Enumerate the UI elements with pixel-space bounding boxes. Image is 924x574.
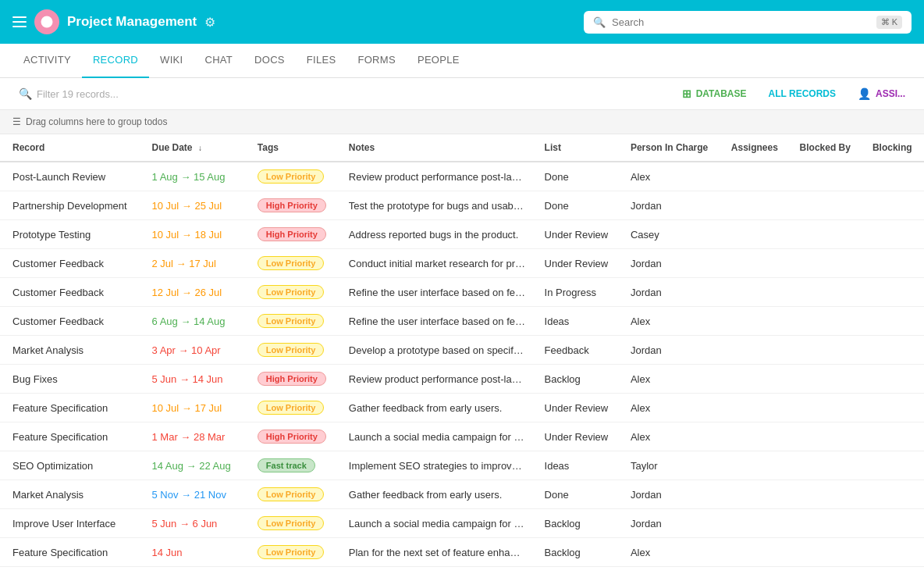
cell-person: Alex	[621, 422, 722, 451]
tab-record[interactable]: RECORD	[82, 44, 149, 78]
cell-record: Feature Specification	[0, 538, 143, 567]
tab-files[interactable]: FILES	[296, 44, 347, 78]
cell-list: Feedback	[535, 336, 621, 365]
filter-input[interactable]: 🔍 Filter 19 records...	[12, 84, 125, 103]
col-due-date[interactable]: Due Date ↓	[143, 134, 248, 162]
cell-notes: Test the prototype for bugs and usabilit…	[339, 191, 535, 220]
cell-blocking	[863, 249, 924, 278]
col-assignees[interactable]: Assignees	[722, 134, 791, 162]
col-tags[interactable]: Tags	[248, 134, 339, 162]
gear-icon[interactable]: ⚙	[204, 15, 215, 30]
col-blocking[interactable]: Blocking	[863, 134, 924, 162]
filter-placeholder: Filter 19 records...	[37, 88, 119, 100]
cell-record: Bug Fixes	[0, 365, 143, 394]
cell-notes: Plan for the next set of feature enhance…	[339, 567, 535, 575]
tab-people[interactable]: PEOPLE	[407, 44, 471, 78]
cell-assignees	[722, 278, 791, 307]
cell-notes: Conduct initial market research for prod…	[339, 249, 535, 278]
cell-record: SEO Optimization	[0, 451, 143, 480]
cell-person: Jordan	[621, 191, 722, 220]
cell-blocked-by	[791, 567, 863, 575]
cell-blocked-by	[791, 191, 863, 220]
cell-due-date: 10 Jul → 18 Jul	[143, 220, 248, 249]
cell-record: Customer Feedback	[0, 249, 143, 278]
tab-activity[interactable]: ACTIVITY	[12, 44, 82, 78]
cell-record: Post-Launch Review	[0, 162, 143, 191]
group-label: Drag columns here to group todos	[26, 116, 167, 127]
cell-assignees	[722, 480, 791, 509]
cell-blocking	[863, 538, 924, 567]
table-row: Post-Launch Review 1 Aug → 15 Aug Low Pr…	[0, 162, 924, 191]
cell-assignees	[722, 365, 791, 394]
cell-tags: High Priority	[248, 365, 339, 394]
cell-record: Improve User Interface	[0, 509, 143, 538]
cell-blocked-by	[791, 480, 863, 509]
cell-list: Under Review	[535, 220, 621, 249]
cell-due-date: 1 Mar → 28 Mar	[143, 422, 248, 451]
cell-record: Customer Feedback	[0, 278, 143, 307]
col-blocked-by[interactable]: Blocked By	[791, 134, 863, 162]
cell-list: Ideas	[535, 567, 621, 575]
col-notes[interactable]: Notes	[339, 134, 535, 162]
cell-notes: Address reported bugs in the product.	[339, 220, 535, 249]
cell-person: Jordan	[621, 336, 722, 365]
cell-due-date: 2 Jul → 17 Jul	[143, 249, 248, 278]
col-list[interactable]: List	[535, 134, 621, 162]
database-label: DATABASE	[696, 88, 747, 99]
table-row: Prototype Testing 10 Jul → 18 Jul High P…	[0, 220, 924, 249]
table-container[interactable]: Record Due Date ↓ Tags Notes List Person…	[0, 134, 924, 574]
cell-tags: Low Priority	[248, 336, 339, 365]
cell-person: Casey	[621, 567, 722, 575]
tab-chat[interactable]: CHAT	[194, 44, 243, 78]
cell-person: Alex	[621, 538, 722, 567]
cell-blocked-by	[791, 278, 863, 307]
table-row: Customer Feedback 12 Jul → 26 Jul Low Pr…	[0, 278, 924, 307]
table-row: Customer Feedback 6 Aug → 14 Aug Low Pri…	[0, 307, 924, 336]
cell-blocked-by	[791, 365, 863, 394]
cell-record: Market Analysis	[0, 480, 143, 509]
table-row: SEO Optimization 14 Aug → 22 Aug Fast tr…	[0, 451, 924, 480]
col-record[interactable]: Record	[0, 134, 143, 162]
cell-assignees	[722, 567, 791, 575]
app-icon	[34, 9, 59, 34]
table-header-row: Record Due Date ↓ Tags Notes List Person…	[0, 134, 924, 162]
database-icon: ⊞	[682, 87, 691, 100]
cell-assignees	[722, 538, 791, 567]
all-records-button[interactable]: ALL RECORDS	[762, 85, 842, 102]
col-person[interactable]: Person In Charge	[621, 134, 722, 162]
cell-assignees	[722, 191, 791, 220]
cell-blocked-by	[791, 162, 863, 191]
tab-docs[interactable]: DOCS	[243, 44, 296, 78]
cell-blocking	[863, 336, 924, 365]
cell-list: Backlog	[535, 538, 621, 567]
cell-assignees	[722, 162, 791, 191]
tab-wiki[interactable]: WIKI	[149, 44, 194, 78]
cell-notes: Launch a social media campaign for produ…	[339, 509, 535, 538]
search-input[interactable]	[612, 16, 870, 28]
assignees-button[interactable]: 👤 ASSI...	[851, 84, 912, 103]
cell-due-date: 10 Jul → 25 Jul	[143, 191, 248, 220]
hamburger-menu[interactable]	[12, 16, 27, 27]
cell-tags: Low Priority	[248, 307, 339, 336]
topbar: Project Management ⚙ 🔍 ⌘ K	[0, 0, 924, 44]
cell-notes: Review product performance post-launch.	[339, 365, 535, 394]
cell-blocking	[863, 191, 924, 220]
cell-due-date: 3 Apr → 10 Apr	[143, 336, 248, 365]
cell-due-date: 5 Jun → 6 Jun	[143, 509, 248, 538]
search-bar[interactable]: 🔍 ⌘ K	[584, 11, 912, 34]
cell-person: Jordan	[621, 509, 722, 538]
cell-blocked-by	[791, 220, 863, 249]
cell-record: Prototype Testing	[0, 220, 143, 249]
cell-assignees	[722, 336, 791, 365]
cell-notes: Review product performance post-launch.	[339, 162, 535, 191]
cell-tags: High Priority	[248, 422, 339, 451]
cell-notes: Refine the user interface based on feedb…	[339, 278, 535, 307]
cell-blocking	[863, 451, 924, 480]
cell-notes: Plan for the next set of feature enhance…	[339, 538, 535, 567]
assignees-icon: 👤	[858, 87, 871, 100]
cell-blocking	[863, 307, 924, 336]
cell-record: Partnership Development	[0, 191, 143, 220]
tab-forms[interactable]: FORMS	[346, 44, 406, 78]
database-button[interactable]: ⊞ DATABASE	[676, 84, 753, 103]
cell-list: Under Review	[535, 394, 621, 422]
